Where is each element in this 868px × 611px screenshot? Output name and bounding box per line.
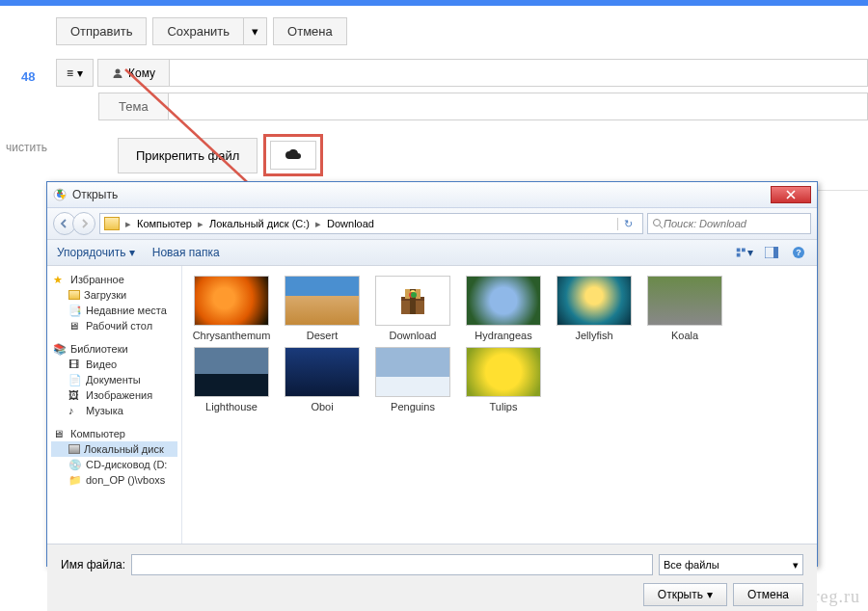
svg-point-4 (654, 220, 661, 226)
star-icon: ★ (53, 274, 67, 285)
unread-count-badge: 48 (21, 69, 35, 84)
tree-item-images[interactable]: 🖼Изображения (51, 387, 177, 403)
svg-text:?: ? (796, 248, 801, 257)
file-item[interactable]: Penguins (373, 347, 452, 412)
file-item[interactable]: Oboi (283, 347, 362, 412)
open-button[interactable]: Открыть ▾ (643, 583, 727, 606)
svg-point-0 (116, 68, 121, 73)
subject-input[interactable] (169, 93, 868, 120)
new-folder-button[interactable]: Новая папка (152, 246, 220, 259)
thumbnail (194, 276, 269, 326)
chevron-right-icon: ▸ (313, 218, 323, 230)
file-item[interactable]: Tulips (464, 347, 543, 412)
breadcrumb-segment[interactable]: Локальный диск (C:) (205, 218, 313, 229)
nav-tree: ★Избранное Загрузки 📑Недавние места 🖥Раб… (47, 266, 182, 544)
cd-icon: 💿 (68, 459, 82, 470)
tree-item-desktop[interactable]: 🖥Рабочий стол (51, 318, 177, 333)
file-item[interactable]: Lighthouse (192, 347, 271, 412)
refresh-button[interactable]: ↻ (617, 218, 638, 230)
thumbnail (375, 347, 450, 397)
breadcrumb-segment[interactable]: Download (323, 218, 378, 229)
file-item[interactable]: Chrysanthemum (192, 276, 271, 341)
options-menu-button[interactable]: ≡ ▾ (56, 59, 94, 87)
cancel-button[interactable]: Отмена (273, 17, 347, 45)
svg-rect-10 (773, 247, 778, 258)
file-item[interactable]: Hydrangeas (464, 276, 543, 341)
tree-computer-head[interactable]: 🖥Компьютер (51, 426, 177, 441)
file-name-label: Penguins (373, 401, 452, 412)
file-item[interactable]: Download (373, 276, 452, 341)
cloud-icon (285, 149, 302, 161)
archive-icon (395, 283, 430, 318)
recent-icon: 📑 (68, 305, 82, 316)
filename-input[interactable] (131, 554, 653, 575)
save-button[interactable]: Сохранить (152, 17, 243, 45)
tree-favorites-head[interactable]: ★Избранное (51, 272, 177, 287)
file-type-filter[interactable]: Все файлы▾ (659, 554, 803, 575)
subject-row: Тема (98, 93, 868, 120)
desktop-icon: 🖥 (68, 320, 82, 332)
file-name-label: Oboi (283, 401, 362, 412)
tree-item-documents[interactable]: 📄Документы (51, 372, 177, 387)
preview-pane-button[interactable] (763, 245, 780, 260)
folder-icon (68, 290, 80, 300)
file-open-dialog: Открыть ▸ Компьютер ▸ Локальный диск (C:… (46, 181, 818, 567)
tree-item-downloads[interactable]: Загрузки (51, 287, 177, 303)
search-input[interactable] (664, 218, 806, 229)
music-icon: ♪ (68, 405, 82, 416)
dialog-footer: Имя файла: Все файлы▾ Открыть ▾ Отмена (47, 544, 817, 611)
file-item[interactable]: Jellyfish (555, 276, 634, 341)
document-icon: 📄 (68, 374, 82, 385)
attach-file-button[interactable]: Прикрепить файл (118, 138, 258, 173)
thumbnail (466, 276, 541, 326)
svg-rect-6 (737, 249, 741, 252)
compose-toolbar: Отправить Сохранить ▾ Отмена (56, 17, 868, 45)
nav-arrows (53, 212, 95, 235)
tree-item-local-disk[interactable]: Локальный диск (51, 441, 177, 457)
save-split-button: Сохранить ▾ (152, 17, 267, 45)
breadcrumb-bar[interactable]: ▸ Компьютер ▸ Локальный диск (C:) ▸ Down… (99, 213, 643, 234)
file-item[interactable]: Desert (283, 276, 362, 341)
attach-row: Прикрепить файл (118, 134, 868, 176)
dialog-titlebar: Открыть (47, 182, 817, 208)
file-item[interactable]: Koala (645, 276, 724, 341)
dialog-title-text: Открыть (72, 188, 771, 201)
cloud-attach-button[interactable] (270, 141, 316, 170)
help-button[interactable]: ? (790, 245, 807, 260)
clear-link[interactable]: чистить (0, 137, 53, 158)
search-box[interactable] (647, 213, 811, 234)
send-button[interactable]: Отправить (56, 17, 147, 45)
svg-rect-8 (737, 253, 741, 257)
subject-label: Тема (98, 93, 169, 120)
save-dropdown-caret[interactable]: ▾ (243, 17, 267, 45)
recipient-input[interactable] (170, 59, 868, 87)
svg-point-19 (411, 292, 417, 298)
file-name-label: Desert (283, 330, 362, 341)
compose-pane: Отправить Сохранить ▾ Отмена 48 ≡ ▾ Кому… (0, 6, 868, 191)
tree-item-cd-drive[interactable]: 💿CD-дисковод (D: (51, 457, 177, 472)
thumbnail (556, 276, 632, 326)
network-drive-icon: 📁 (68, 474, 82, 486)
breadcrumb-segment[interactable]: Компьютер (133, 218, 196, 229)
image-icon: 🖼 (68, 389, 82, 401)
file-name-label: Lighthouse (192, 401, 271, 412)
disk-icon (68, 444, 80, 454)
tree-libraries-head[interactable]: 📚Библиотеки (51, 341, 177, 357)
dialog-cancel-button[interactable]: Отмена (733, 583, 803, 606)
thumbnail (194, 347, 269, 397)
search-icon (652, 218, 664, 229)
organize-menu[interactable]: Упорядочить ▾ (57, 246, 135, 259)
tree-item-music[interactable]: ♪Музыка (51, 403, 177, 418)
thumbnail (647, 276, 722, 326)
view-mode-button[interactable]: ▾ (736, 245, 753, 260)
file-name-label: Koala (645, 330, 724, 341)
tree-item-recent[interactable]: 📑Недавние места (51, 303, 177, 318)
chevron-down-icon: ▾ (793, 559, 799, 571)
tree-item-video[interactable]: 🎞Видео (51, 357, 177, 372)
nav-forward-button[interactable] (72, 212, 95, 235)
dialog-close-button[interactable] (771, 186, 811, 203)
close-icon (786, 190, 796, 199)
thumbnail (285, 276, 360, 326)
tree-item-network[interactable]: 📁don_OP ()\vboxs (51, 472, 177, 488)
to-field-button[interactable]: Кому (97, 59, 170, 87)
